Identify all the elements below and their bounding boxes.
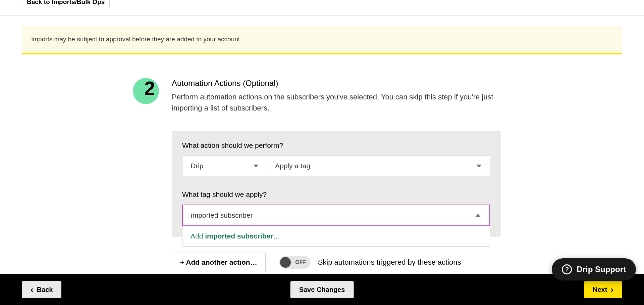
dropdown-term: imported subscriber <box>205 232 273 240</box>
next-button[interactable]: Next <box>584 281 622 298</box>
action-select[interactable]: Apply a tag <box>267 156 490 176</box>
action-card: What action should we perform? Drip Appl… <box>172 131 500 236</box>
step-title: Automation Actions (Optional) <box>172 79 510 88</box>
back-button-label: Back <box>37 286 53 294</box>
action-select-value: Apply a tag <box>275 162 310 170</box>
dropdown-prefix: Add <box>191 232 205 240</box>
caret-down-icon <box>476 165 482 168</box>
action-label: What action should we perform? <box>182 141 490 149</box>
approval-notice-text: Imports may be subject to approval befor… <box>31 36 241 43</box>
caret-down-icon <box>253 165 259 168</box>
tag-input-value: imported subscriber <box>191 211 253 219</box>
help-icon: ? <box>562 264 572 274</box>
back-to-imports-link[interactable]: Back to Imports/Bulk Ops <box>22 0 110 8</box>
approval-notice: Imports may be subject to approval befor… <box>22 26 622 54</box>
dropdown-suffix: … <box>273 232 280 240</box>
step-badge: 2 <box>133 78 159 104</box>
back-button[interactable]: Back <box>22 281 61 298</box>
source-select[interactable]: Drip <box>182 156 267 176</box>
toggle-state-label: OFF <box>295 259 307 265</box>
footer-bar: Back Save Changes Next <box>0 274 644 305</box>
header-divider <box>0 15 644 16</box>
tag-label: What tag should we apply? <box>182 190 490 199</box>
toggle-knob <box>280 257 291 268</box>
save-changes-label: Save Changes <box>299 286 345 294</box>
source-select-value: Drip <box>191 162 204 170</box>
drip-support-button[interactable]: ? Drip Support <box>552 258 636 280</box>
add-another-action-button[interactable]: + Add another action… <box>172 253 266 272</box>
caret-up-icon <box>475 214 481 217</box>
drip-support-label: Drip Support <box>577 265 626 274</box>
step-number: 2 <box>144 79 155 98</box>
next-button-label: Next <box>593 286 607 294</box>
tag-autocomplete-option[interactable]: Add imported subscriber… <box>182 226 490 247</box>
skip-automations-label: Skip automations triggered by these acti… <box>318 258 461 267</box>
step-description: Perform automation actions on the subscr… <box>172 91 494 114</box>
skip-automations-toggle[interactable]: OFF <box>279 256 311 269</box>
tag-input[interactable]: imported subscriber <box>182 205 490 226</box>
save-changes-button[interactable]: Save Changes <box>290 281 354 298</box>
